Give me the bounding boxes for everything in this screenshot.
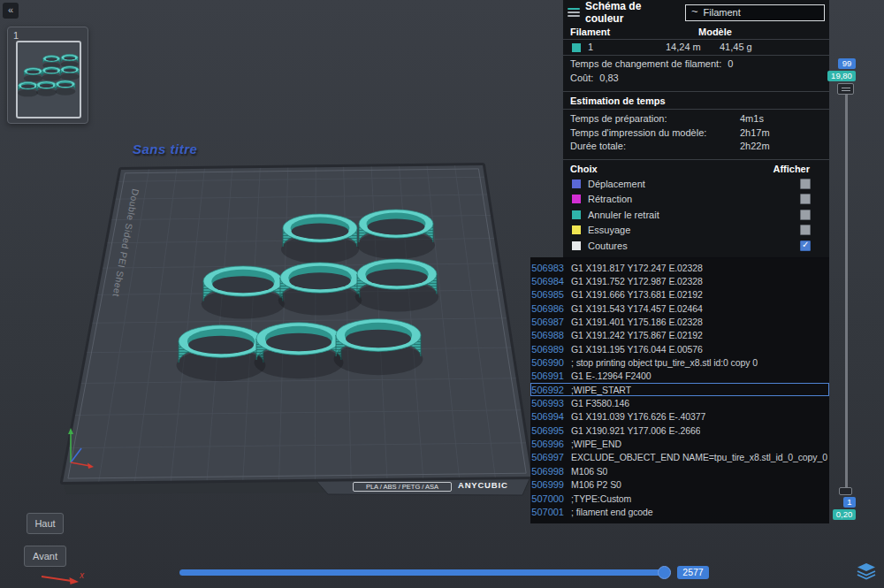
gcode-line-number: 506989 [530, 344, 571, 355]
feature-option-row: Déplacement [563, 177, 829, 193]
layer-slider-handle-top[interactable] [837, 83, 854, 95]
feature-label: Essuyage [588, 225, 630, 235]
gcode-line-text: G1 X191.543 Y174.457 E.02464 [571, 303, 703, 314]
plate-thumbnail-render [18, 42, 80, 117]
gcode-line[interactable]: 506983G1 X191.817 Y172.247 E.02328 [530, 261, 829, 274]
plate-brand-label: ANYCUBIC [458, 480, 508, 490]
layer-top-height-badge: 19,80 [827, 71, 856, 81]
feature-color-swatch [572, 195, 581, 203]
gcode-line[interactable]: 507001; filament end gcode [530, 505, 829, 518]
stats-rows: Temps de changement de filament:0Coût:0,… [563, 56, 829, 91]
feature-color-swatch [572, 210, 581, 219]
options-header: Choix Afficher [563, 160, 829, 177]
gcode-line-number: 506994 [530, 411, 571, 422]
layer-bottom-height-badge: 0,20 [833, 509, 856, 520]
gcode-line[interactable]: 507000;TYPE:Custom [530, 492, 829, 505]
time-rows: Temps de préparation:4m1sTemps d'impress… [563, 110, 829, 159]
gcode-line[interactable]: 506991G1 E-.12964 F2400 [530, 370, 829, 383]
stat-label: Coût: [570, 73, 593, 83]
color-scheme-icon [568, 7, 580, 18]
gcode-line-number: 506996 [530, 439, 571, 449]
x-axis-arrow-icon [40, 570, 82, 586]
gcode-line-text: ;TYPE:Custom [571, 493, 631, 504]
time-row: Temps d'impression du modèle:2h17m [563, 127, 829, 141]
time-label: Temps d'impression du modèle: [570, 127, 706, 138]
feature-visibility-checkbox[interactable] [800, 194, 811, 204]
gcode-line[interactable]: 506987G1 X191.401 Y175.186 E.02328 [530, 315, 829, 328]
gcode-line[interactable]: 506990; stop printing object tpu_tire_x8… [530, 355, 829, 369]
wave-icon: ~ [691, 4, 698, 18]
gcode-line[interactable]: 506999M106 P2 S0 [530, 478, 829, 492]
gcode-line[interactable]: 506997EXCLUDE_OBJECT_END NAME=tpu_tire_x… [530, 451, 829, 464]
filament-column-label: Filament [570, 27, 610, 37]
gcode-line-number: 506990 [530, 357, 571, 368]
filament-table-header: Filament Modèle [563, 25, 829, 40]
view-front-button[interactable]: Avant [24, 546, 66, 567]
move-slider-handle[interactable] [658, 566, 671, 579]
time-row: Temps de préparation:4m1s [563, 113, 829, 127]
gcode-line-text: G1 X191.195 Y176.044 E.00576 [571, 344, 703, 355]
gcode-line-text: G1 E-.12964 F2400 [571, 370, 652, 381]
gcode-line-text: G1 X191.401 Y175.186 E.02328 [571, 317, 703, 327]
gcode-line-text: G1 F3580.146 [571, 398, 629, 409]
gcode-line-number: 507000 [530, 493, 571, 504]
gcode-line-number: 506991 [530, 370, 571, 381]
layer-slider-track[interactable] [845, 85, 848, 493]
gcode-line[interactable]: 506994G1 X191.039 Y176.626 E-.40377 [530, 410, 829, 424]
gcode-line[interactable]: 506995G1 X190.921 Y177.006 E-.2666 [530, 424, 829, 437]
x-axis-label: x [80, 570, 84, 580]
view-mode-value: Filament [704, 7, 741, 18]
feature-visibility-checkbox[interactable] [800, 210, 811, 220]
layers-icon[interactable] [856, 562, 877, 581]
plate-title: Sans titre [133, 141, 197, 157]
view-top-button[interactable]: Haut [27, 513, 64, 534]
filament-rows: 114,24 m41,45 g [563, 40, 829, 55]
gcode-line-number: 506992 [530, 385, 571, 395]
plate-thumbnail-index: 1 [13, 30, 19, 41]
collapse-sidebar-icon[interactable]: « [3, 3, 19, 19]
filament-color-swatch [572, 43, 581, 52]
feature-label: Coutures [588, 241, 628, 251]
options-title: Choix [570, 164, 598, 174]
feature-visibility-checkbox[interactable] [800, 241, 811, 251]
gcode-line[interactable]: 506996;WIPE_END [530, 437, 829, 450]
gcode-line[interactable]: 506984G1 X191.752 Y172.987 E.02328 [530, 274, 829, 287]
gcode-line-number: 506993 [530, 398, 571, 409]
gcode-line-number: 506983 [530, 263, 571, 273]
feature-visibility-checkbox[interactable] [800, 179, 811, 189]
feature-color-swatch [572, 241, 581, 250]
gcode-line[interactable]: 506993G1 F3580.146 [530, 396, 829, 409]
move-slider-track[interactable] [179, 569, 667, 576]
gcode-line-text: G1 X191.666 Y173.681 E.02192 [571, 289, 703, 300]
feature-visibility-checkbox[interactable] [800, 225, 811, 235]
time-row: Durée totale:2h22m [563, 141, 829, 155]
gcode-line[interactable]: 506989G1 X191.195 Y176.044 E.00576 [530, 342, 829, 355]
color-scheme-panel: Schéma de couleur ~ Filament Filament Mo… [563, 0, 829, 258]
gcode-line-text: M106 P2 S0 [571, 479, 621, 490]
gcode-line-number: 506987 [530, 317, 571, 327]
gcode-line-text: ;WIPE_END [571, 439, 621, 449]
gcode-line[interactable]: 506986G1 X191.543 Y174.457 E.02464 [530, 302, 829, 315]
gcode-line-number: 506999 [530, 479, 571, 490]
layer-slider-handle-bottom[interactable] [839, 487, 852, 495]
filament-weight: 41,45 g [720, 42, 752, 52]
gcode-line-text: G1 X191.242 Y175.867 E.02192 [571, 330, 703, 340]
gcode-line-text: G1 X190.921 Y177.006 E-.2666 [571, 425, 700, 436]
gcode-line-text: G1 X191.817 Y172.247 E.02328 [571, 263, 703, 273]
gcode-line[interactable]: 506985G1 X191.666 Y173.681 E.02192 [530, 288, 829, 302]
plate-thumbnail[interactable]: 1 [7, 27, 88, 124]
gcode-line[interactable]: 506992;WIPE_START [530, 383, 829, 396]
filament-length: 14,24 m [666, 42, 701, 52]
gcode-line-number: 506986 [530, 303, 571, 314]
gcode-panel: 506983G1 X191.817 Y172.247 E.02328506984… [530, 257, 829, 523]
gcode-line[interactable]: 506988G1 X191.242 Y175.867 E.02192 [530, 329, 829, 342]
feature-color-swatch [572, 225, 581, 234]
gcode-line-number: 506997 [530, 452, 571, 462]
stat-label: Temps de changement de filament: [570, 58, 721, 69]
gcode-line[interactable]: 506998M106 S0 [530, 464, 829, 477]
view-mode-dropdown[interactable]: ~ Filament [685, 4, 825, 21]
time-value: 2h22m [740, 141, 770, 151]
feature-label: Rétraction [588, 194, 632, 204]
filament-id: 1 [588, 42, 593, 52]
stat-row: Temps de changement de filament:0 [570, 58, 822, 73]
